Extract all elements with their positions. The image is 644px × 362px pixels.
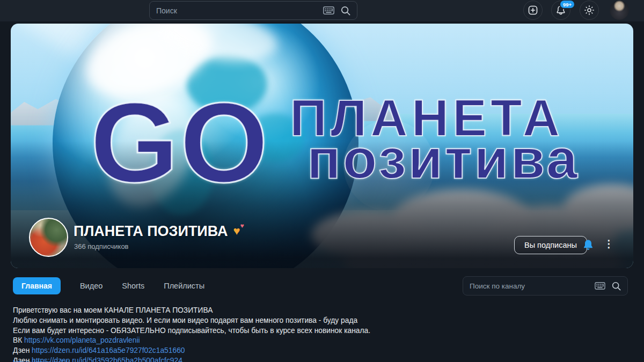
- tab-main[interactable]: Главная: [13, 277, 61, 294]
- hearts-emoji: ♥ ♥: [233, 225, 247, 239]
- subscribed-button[interactable]: Вы подписаны: [514, 236, 587, 254]
- channel-name: ПЛАНЕТА ПОЗИТИВА: [74, 223, 228, 240]
- vk-label: ВК: [13, 336, 22, 344]
- description-link-partial[interactable]: https://dzen.ru/id/: [13, 359, 70, 362]
- tab-playlists[interactable]: Плейлисты: [164, 282, 204, 290]
- keyboard-icon[interactable]: [323, 6, 334, 14]
- create-plus-icon: [528, 5, 538, 16]
- create-button[interactable]: [523, 1, 543, 20]
- global-search-placeholder: Поиск: [156, 6, 317, 15]
- tab-videos[interactable]: Видео: [80, 282, 103, 290]
- channel-name-row: ПЛАНЕТА ПОЗИТИВА ♥ ♥: [74, 223, 247, 240]
- channel-search-input[interactable]: Поиск по каналу: [463, 276, 628, 295]
- channel-search-placeholder: Поиск по каналу: [470, 282, 588, 290]
- notifications-button[interactable]: 99+: [551, 1, 570, 20]
- description-line: Приветствую вас на моем КАНАЛЕ ПЛАНЕТА П…: [13, 306, 370, 316]
- search-icon[interactable]: [612, 282, 621, 291]
- channel-avatar[interactable]: [29, 218, 68, 257]
- channel-description: Приветствую вас на моем КАНАЛЕ ПЛАНЕТА П…: [13, 306, 370, 362]
- description-line: Люблю снимать и монтировать видео. И есл…: [13, 316, 370, 326]
- description-line-dzen: Дзен https://dzen.ru/id/641a16a5e7927f02…: [13, 346, 370, 356]
- keyboard-icon[interactable]: [595, 282, 605, 290]
- dzen-label: Дзен: [13, 346, 30, 354]
- theme-toggle-button[interactable]: [580, 1, 599, 20]
- global-search-input[interactable]: Поиск: [149, 1, 357, 20]
- description-line-vk: ВК https://vk.com/planeta_pozdravlenii: [13, 336, 370, 346]
- channel-banner: GO ПЛАНЕТА позитива ПЛАНЕТА ПОЗИТИВА ♥ ♥…: [11, 24, 633, 268]
- tab-shorts[interactable]: Shorts: [122, 282, 144, 290]
- sun-icon: [584, 5, 595, 16]
- banner-title-bottom: позитива: [307, 131, 580, 187]
- search-icon[interactable]: [341, 6, 350, 16]
- channel-notifications-bell-icon[interactable]: [582, 239, 595, 252]
- channel-menu-button[interactable]: ⋮: [604, 238, 611, 250]
- top-bar: Поиск 99+: [0, 0, 644, 21]
- vk-link[interactable]: https://vk.com/planeta_pozdravlenii: [24, 336, 140, 344]
- banner-go-text: GO: [90, 86, 269, 200]
- user-avatar[interactable]: [610, 1, 629, 20]
- dzen-link-1[interactable]: https://dzen.ru/id/641a16a5e7927f02c1a51…: [32, 346, 185, 354]
- channel-tabs: Главная Видео Shorts Плейлисты: [13, 276, 204, 295]
- notifications-badge: 99+: [559, 0, 575, 9]
- description-line: Если вам будет интересно - ОБЯЗАТЕЛЬНО п…: [13, 326, 370, 336]
- channel-page: Поиск 99+: [0, 0, 644, 362]
- subscriber-count: 366 подписчиков: [74, 242, 129, 250]
